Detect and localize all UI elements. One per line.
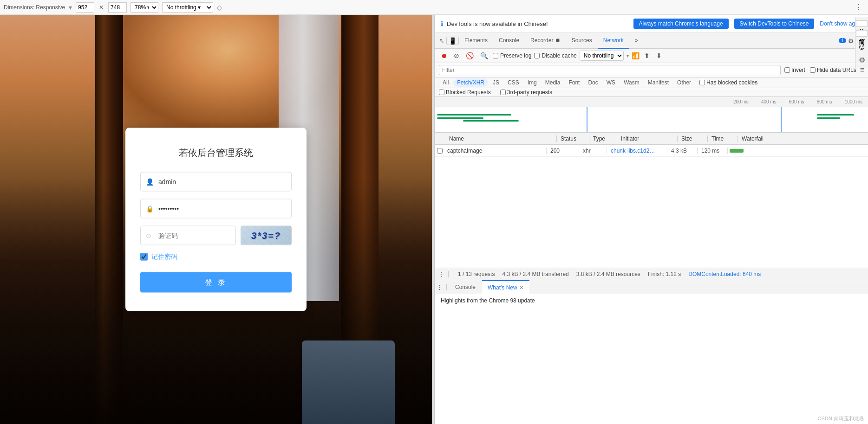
row-checkbox[interactable] [437,148,443,154]
th-initiator[interactable]: Initiator [617,135,678,142]
filter-manifest[interactable]: Manifest [644,78,672,87]
th-name[interactable]: Name [445,135,557,142]
gear-icon[interactable]: ⚙ [859,56,865,64]
right-side-panel: 英 简 ☺ ⚙ [855,17,868,68]
disable-cache-label[interactable]: Disable cache [534,52,576,59]
blocked-requests-label[interactable]: Blocked Requests [439,89,491,96]
wf-bar-4 [817,114,854,116]
tab-elements[interactable]: Elements [459,33,493,49]
th-waterfall[interactable]: Waterfall [738,135,868,142]
throttle-select-top[interactable]: No throttling ▾ [162,2,213,13]
height-input[interactable] [108,2,127,13]
clear-button[interactable]: 🚫 [464,51,476,60]
captcha-image[interactable]: 3*3=? [241,226,292,245]
tab-sources[interactable]: Sources [566,33,598,49]
whats-new-close-icon[interactable]: ✕ [519,284,524,291]
invert-checkbox[interactable] [784,67,790,73]
ms-600: 600 ms [789,99,804,104]
timeline-header: 200 ms 400 ms 600 ms 800 ms 1000 ms [435,97,868,107]
table-body: captchaImage 200 xhr chunk-libs.c1d2… 4.… [435,145,868,268]
preserve-log-label[interactable]: Preserve log [493,52,531,59]
login-button[interactable]: 登 录 [140,272,292,293]
remember-checkbox[interactable] [140,253,148,261]
chevron-down-icon[interactable]: ▾ [69,4,72,11]
password-input[interactable] [140,199,292,218]
blue-line-1 [587,107,587,132]
filter-input[interactable] [439,65,781,75]
blocked-requests-text: Blocked Requests [446,89,491,96]
record-button[interactable]: ⏺ [439,51,449,60]
filter-fetch-xhr[interactable]: Fetch/XHR [453,78,488,87]
table-row[interactable]: captchaImage 200 xhr chunk-libs.c1d2… 4.… [435,145,868,157]
invert-label[interactable]: Invert [784,67,805,73]
preserve-log-checkbox[interactable] [493,53,498,58]
emoji-icon[interactable]: ☺ [857,42,866,52]
tab-whats-new[interactable]: What's New ✕ [482,280,529,294]
filter-font[interactable]: Font [565,78,583,87]
row-checkbox-cell[interactable] [435,148,445,154]
waterfall-bar-indicator [730,149,744,153]
toolbar-menu-button[interactable]: ⋮ [853,2,864,13]
has-blocked-cookies-label[interactable]: Has blocked cookies [699,79,757,86]
resources-info: 3.8 kB / 2.4 MB resources [576,271,640,277]
captcha-icon: ⊙ [146,232,151,239]
row-name: captchaImage [445,148,547,154]
filter-wasm[interactable]: Wasm [620,78,643,87]
settings-icon-btn[interactable]: ⚙ [846,36,856,45]
cursor-icon[interactable]: ↖ [437,37,446,45]
th-status[interactable]: Status [557,135,589,142]
width-input[interactable] [76,2,94,13]
lock-icon: 🔒 [146,205,154,212]
upload-icon-btn[interactable]: ⬆ [642,51,652,60]
filter-other[interactable]: Other [673,78,695,87]
chinese-en-btn[interactable]: 英 [856,20,867,27]
top-toolbar: Dimensions: Responsive ▾ ✕ 78% ▾ No thro… [0,0,868,15]
th-time[interactable]: Time [708,135,738,142]
hide-data-urls-checkbox[interactable] [810,67,816,73]
preserve-log-text: Preserve log [500,52,531,59]
has-blocked-cookies-checkbox[interactable] [699,80,705,85]
third-party-checkbox[interactable] [500,90,506,95]
tab-network[interactable]: Network [598,33,629,49]
filter-js[interactable]: JS [489,78,503,87]
login-title: 若依后台管理系统 [140,147,292,159]
stop-button[interactable]: ⊘ [452,51,461,60]
filter-doc[interactable]: Doc [584,78,601,87]
hide-data-urls-label[interactable]: Hide data URLs [810,67,856,73]
device-icon[interactable]: 📱 [446,37,459,45]
captcha-row: ⊙ 3*3=? [140,226,292,245]
bottom-tabs: ⋮ Console What's New ✕ [435,280,868,294]
blocked-requests-checkbox[interactable] [439,90,444,95]
filter-media[interactable]: Media [542,78,564,87]
disable-cache-checkbox[interactable] [534,53,540,58]
third-party-label[interactable]: 3rd-party requests [500,89,552,96]
chinese-simplified-btn[interactable]: 简 [856,30,867,37]
captcha-wrapper: ⊙ [140,226,236,245]
whats-new-label: What's New [488,284,517,291]
zoom-select[interactable]: 78% ▾ [131,2,158,13]
dimensions-label: Dimensions: Responsive [4,4,65,11]
search-button[interactable]: 🔍 [478,51,490,60]
throttle-dropdown[interactable]: No throttling [580,51,624,61]
username-input[interactable] [140,172,292,192]
tab-console-bottom[interactable]: Console [450,280,481,294]
captcha-input[interactable] [140,226,236,245]
remember-label[interactable]: 记住密码 [151,253,177,261]
match-language-button[interactable]: Always match Chrome's language [633,19,729,29]
download-icon-btn[interactable]: ⬇ [654,51,664,60]
th-type[interactable]: Type [589,135,617,142]
tab-more[interactable]: » [629,33,644,49]
switch-chinese-button[interactable]: Switch DevTools to Chinese [734,19,815,29]
dimension-separator: ✕ [99,4,104,11]
ms-800: 800 ms [817,99,832,104]
barcode-icon[interactable]: ◇ [217,4,222,11]
furniture [302,340,395,424]
tab-recorder[interactable]: Recorder ⏺ [525,33,566,49]
tab-badge: 1 [839,38,846,43]
filter-img[interactable]: Img [524,78,541,87]
filter-ws[interactable]: WS [603,78,619,87]
filter-css[interactable]: CSS [504,78,523,87]
tab-console[interactable]: Console [493,33,525,49]
filter-all[interactable]: All [439,78,452,87]
th-size[interactable]: Size [678,135,708,142]
